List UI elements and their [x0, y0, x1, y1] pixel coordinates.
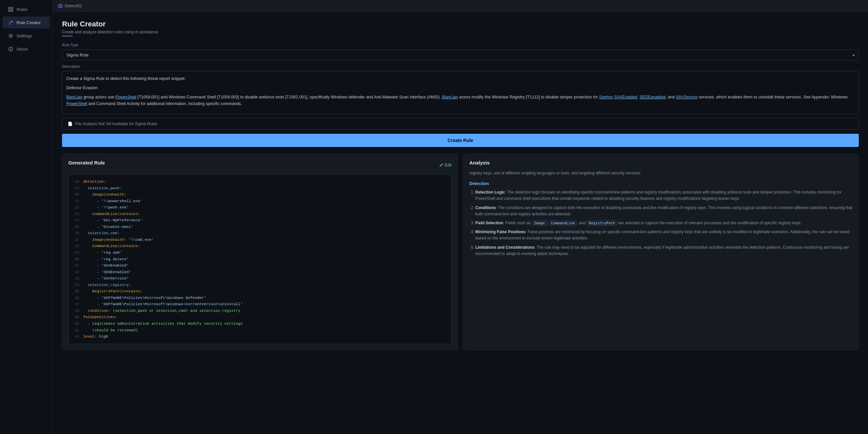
code-line: 42level: high	[72, 333, 447, 340]
create-rule-button[interactable]: Create Rule	[62, 134, 859, 147]
panels-row: Generated Rule Edit 18detection: 19 sele…	[62, 153, 859, 350]
svg-rect-1	[11, 7, 13, 9]
sidebar-item-label: Rule Creator	[17, 20, 41, 25]
list-item: Limitations and Considerations: The rule…	[475, 244, 852, 257]
code-line: 29 - 'reg add'	[72, 249, 447, 256]
bianlian-link[interactable]: BianLian	[66, 95, 83, 99]
edit-rule-button[interactable]: Edit	[439, 163, 452, 168]
code-line: 38 condition: (selection_pwsh or selecti…	[72, 308, 447, 314]
app-logo: DetectIQ	[58, 3, 82, 8]
code-line: 40 - Legitimate administrative activitie…	[72, 320, 447, 327]
list-item: Minimizing False Positives: False positi…	[475, 229, 852, 241]
title-underline	[62, 36, 72, 36]
code-line: 22 - '\\pwsh.exe'	[72, 204, 447, 211]
sidebar-item-rule-creator[interactable]: Rule Creator	[3, 17, 50, 28]
analysis-intro: registry keys, use of different scriptin…	[469, 170, 852, 176]
sophos-link[interactable]: Sophos	[599, 95, 613, 99]
svg-rect-2	[8, 10, 10, 11]
wand-icon	[8, 20, 13, 25]
savenabled-link[interactable]: SAVEnabled	[614, 95, 637, 99]
generated-rule-panel: Generated Rule Edit 18detection: 19 sele…	[62, 153, 458, 350]
code-line: 25 - 'Disable-Amsi'	[72, 224, 447, 230]
analysis-panel: Analysis registry keys, use of different…	[463, 153, 859, 350]
page-subtitle: Create and analyze detection rules using…	[62, 30, 859, 34]
rule-type-label: Rule Type	[62, 43, 859, 47]
code-line: 28 CommandLine|contains:	[72, 243, 447, 249]
svg-rect-0	[8, 7, 10, 9]
generated-rule-title: Generated Rule	[68, 160, 105, 166]
description-display: Create a Sigma Rule to detect this follo…	[62, 71, 859, 114]
edit-icon	[439, 163, 443, 167]
item-label: Detection Logic	[475, 190, 505, 195]
gear-icon	[8, 33, 13, 38]
powershell-link2[interactable]: PowerShell	[66, 102, 87, 106]
sidebar-item-about[interactable]: About	[3, 43, 50, 55]
sidebar-item-label: Rules	[17, 7, 27, 12]
svg-rect-3	[11, 10, 13, 11]
bianlian-link2[interactable]: BianLian	[442, 95, 458, 99]
item-label: Field Selection	[475, 221, 503, 225]
code-line: 18detection:	[72, 178, 447, 185]
analysis-list: Detection Logic: The detection logic foc…	[469, 189, 852, 257]
code-line: 36 - 'SOFTWARE\Policies\Microsoft\Window…	[72, 295, 447, 301]
code-line: 31 - 'SAVEnabled'	[72, 262, 447, 269]
code-line: 20 Image|endswith:	[72, 191, 447, 198]
code-line: 24 - 'Set-MpPreference'	[72, 217, 447, 224]
sedeenabled-link[interactable]: SEDEenabled	[640, 95, 666, 99]
code-block: 18detection: 19 selection_pwsh: 20 Image…	[68, 174, 452, 344]
inline-code: CommandLine	[549, 220, 577, 226]
file-icon: 📄	[68, 121, 72, 126]
item-label: Limitations and Considerations	[475, 245, 534, 250]
code-line: 23 CommandLine|contains:	[72, 211, 447, 217]
code-line: 37 - 'SOFTWARE\Policies\Microsoft\Window…	[72, 301, 447, 308]
code-line: 19 selection_pwsh:	[72, 185, 447, 192]
code-line: 26 selection_cmd:	[72, 230, 447, 236]
savservice-link[interactable]: SAVService	[676, 95, 698, 99]
detection-section-title: Detection	[469, 181, 852, 186]
svg-point-5	[10, 35, 11, 36]
rule-type-select[interactable]: Sigma Rule YARA Rule Snort Rule	[62, 50, 859, 60]
svg-point-4	[11, 21, 12, 22]
sidebar-item-rules[interactable]: Rules	[3, 3, 50, 15]
list-item: Detection Logic: The detection logic foc…	[475, 189, 852, 202]
analysis-title: Analysis	[469, 160, 852, 166]
code-line: 35 RegistryPath|contains:	[72, 288, 447, 295]
item-label: Conditions	[475, 205, 496, 210]
info-icon	[8, 46, 13, 52]
item-label: Minimizing False Positives	[475, 230, 525, 234]
edit-label: Edit	[444, 163, 452, 168]
sidebar-item-settings[interactable]: Settings	[3, 30, 50, 41]
powershell-link[interactable]: PowerShell	[116, 95, 136, 99]
content-area: Rule Creator Create and analyze detectio…	[53, 12, 868, 434]
page-title: Rule Creator	[62, 20, 859, 28]
code-line: 33 - 'SAVService'	[72, 275, 447, 282]
description-label: Description	[62, 64, 859, 68]
top-bar: DetectIQ	[53, 0, 868, 12]
sidebar-item-label: Settings	[17, 33, 32, 38]
code-line: 27 Image|endswith: '\\cmd.exe'	[72, 236, 447, 243]
list-item: Field Selection: Fields such as Image, C…	[475, 220, 852, 226]
inline-code: Image	[532, 220, 547, 226]
list-item: Conditions: The conditions are designed …	[475, 205, 852, 217]
code-line: 41 (should be reviewed)	[72, 327, 447, 334]
sidebar: Rules Rule Creator Settings About	[0, 0, 53, 434]
code-line: 39falsepositives:	[72, 314, 447, 320]
app-name: DetectIQ	[65, 3, 82, 8]
code-line: 30 - 'reg delete'	[72, 256, 447, 263]
code-line: 21 - '\\powershell.exe'	[72, 198, 447, 204]
sidebar-item-label: About	[17, 47, 28, 52]
rule-type-wrapper: Sigma Rule YARA Rule Snort Rule ▾	[62, 50, 859, 60]
file-analysis-text: File Analysis Not Yet Available for Sigm…	[75, 121, 157, 126]
file-analysis-bar: 📄 File Analysis Not Yet Available for Si…	[62, 118, 859, 130]
inline-code: RegistryPath	[587, 220, 617, 226]
code-line: 32 - 'SEDEenabled'	[72, 269, 447, 276]
grid-icon	[8, 7, 13, 12]
svg-marker-8	[59, 5, 62, 7]
code-line: 34 selection_registry:	[72, 282, 447, 288]
main-area: DetectIQ Rule Creator Create and analyze…	[53, 0, 868, 434]
